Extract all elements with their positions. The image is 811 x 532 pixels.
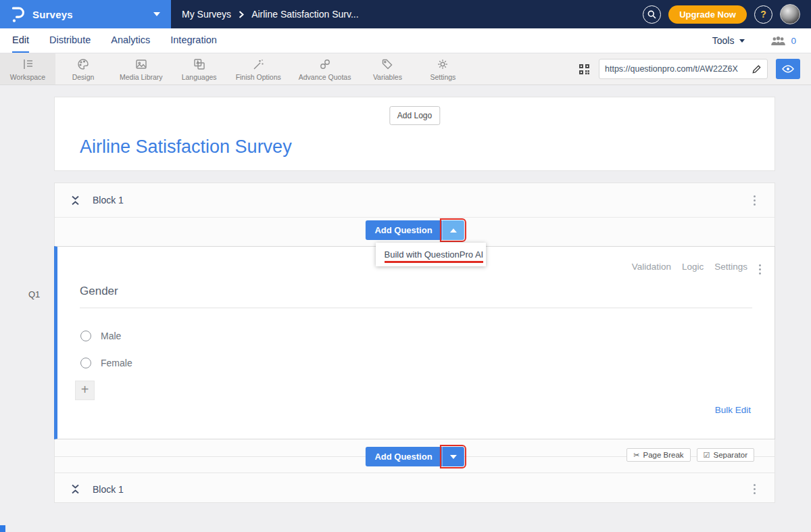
question-actions: Validation Logic Settings <box>632 262 747 272</box>
toolbar-item-design[interactable]: Design <box>55 53 111 84</box>
nav-right: Tools 0 <box>712 28 796 53</box>
breadcrumb-survey-name: Airline Satisfaction Surv... <box>251 9 358 20</box>
breadcrumb: My Surveys Airline Satisfaction Surv... <box>171 0 643 28</box>
tab-integration[interactable]: Integration <box>170 28 217 53</box>
add-question-zone-top: Add Question Build with QuestionPro AI <box>55 218 775 246</box>
tab-distribute[interactable]: Distribute <box>49 28 91 53</box>
breadcrumb-my-surveys[interactable]: My Surveys <box>182 9 231 20</box>
toolbar-item-workspace[interactable]: Workspace <box>0 53 55 84</box>
chevron-down-icon <box>153 12 160 16</box>
question-kebab-menu-icon[interactable] <box>756 262 764 277</box>
survey-url: https://questionpro.com/t/AW22Z6X <box>605 64 747 74</box>
add-question-dropdown-toggle[interactable] <box>442 447 464 466</box>
option-label[interactable]: Female <box>101 358 132 368</box>
search-icon[interactable] <box>643 5 661 24</box>
tools-label: Tools <box>712 35 735 46</box>
chevron-down-icon <box>739 39 745 43</box>
toolbar-item-finish-options[interactable]: Finish Options <box>227 53 290 84</box>
tab-edit[interactable]: Edit <box>12 28 29 53</box>
checkbox-icon: ☑ <box>704 452 710 459</box>
page-break-button[interactable]: ✂ Page Break <box>626 448 690 462</box>
block-card: Block 1 Add Question Build with Question… <box>54 183 775 503</box>
question-title[interactable]: Gender <box>80 285 118 298</box>
chevron-up-icon <box>450 228 457 233</box>
toolbar-item-settings[interactable]: Settings <box>415 53 470 84</box>
chain-links-icon <box>318 57 332 71</box>
bulk-edit-link[interactable]: Bulk Edit <box>715 405 751 415</box>
tab-analytics[interactable]: Analytics <box>111 28 150 53</box>
editor-toolbar: Workspace Design Media Library <box>0 53 811 85</box>
add-question-dropdown-menu: Build with QuestionPro AI <box>376 243 486 266</box>
collaborators-indicator[interactable]: 0 <box>770 36 796 46</box>
toolbar-item-advance-quotas[interactable]: Advance Quotas <box>290 53 360 84</box>
kebab-menu-icon[interactable] <box>751 193 758 208</box>
eye-icon <box>782 65 794 73</box>
tools-menu[interactable]: Tools <box>712 35 745 46</box>
kebab-menu-icon[interactable] <box>751 481 758 497</box>
translate-icon <box>193 57 206 71</box>
add-logo-button[interactable]: Add Logo <box>389 106 440 125</box>
add-option-button[interactable]: + <box>75 381 95 400</box>
collapse-icon[interactable] <box>71 483 80 495</box>
chevron-down-icon <box>450 455 457 459</box>
add-question-split-button: Add Question <box>365 447 464 466</box>
add-question-zone-bottom: Add Question ✂ Page Break ☑ Separator <box>55 439 775 473</box>
collapse-icon[interactable] <box>71 195 80 206</box>
toolbar-item-languages[interactable]: Languages <box>172 53 227 84</box>
logic-link[interactable]: Logic <box>682 262 704 272</box>
separator-button[interactable]: ☑ Separator <box>697 448 754 462</box>
palette-icon <box>76 57 90 71</box>
help-icon[interactable]: ? <box>754 5 772 24</box>
collaborators-count: 0 <box>791 36 796 46</box>
nav-tabs: Edit Distribute Analytics Integration <box>12 28 217 53</box>
answer-option-male: Male <box>80 331 121 341</box>
chat-widget-corner[interactable] <box>0 525 5 532</box>
add-question-button[interactable]: Add Question <box>365 447 441 466</box>
add-question-button[interactable]: Add Question <box>365 220 441 240</box>
product-name: Surveys <box>32 9 73 20</box>
questionpro-logo-icon <box>11 6 25 23</box>
survey-title[interactable]: Airline Satisfaction Survey <box>80 137 292 158</box>
toolbar-item-variables[interactable]: Variables <box>360 53 415 84</box>
section-nav: Edit Distribute Analytics Integration To… <box>0 28 811 53</box>
gear-icon <box>436 57 449 71</box>
question-title-underline <box>80 308 752 308</box>
pencil-icon[interactable] <box>752 64 762 74</box>
editor-canvas: Add Logo Airline Satisfaction Survey Q1 … <box>0 85 811 532</box>
question-card: Validation Logic Settings Gender Male Fe… <box>54 246 775 439</box>
survey-url-field[interactable]: https://questionpro.com/t/AW22Z6X <box>599 59 768 79</box>
menu-item-build-with-questionpro-ai[interactable]: Build with QuestionPro AI <box>376 243 486 266</box>
option-label[interactable]: Male <box>101 331 121 341</box>
magic-wand-icon <box>251 57 265 71</box>
user-avatar[interactable] <box>780 4 800 24</box>
tag-icon <box>380 57 394 71</box>
preview-button[interactable] <box>776 59 800 79</box>
scissors-icon: ✂ <box>633 452 639 459</box>
block2-header: Block 1 <box>55 473 775 505</box>
settings-link[interactable]: Settings <box>714 262 747 272</box>
toolbar-item-media-library[interactable]: Media Library <box>111 53 172 84</box>
top-actions: Upgrade Now ? <box>643 0 811 28</box>
validation-link[interactable]: Validation <box>632 262 671 272</box>
add-question-split-button: Add Question <box>365 220 464 240</box>
breadcrumb-chevron-icon <box>239 11 244 18</box>
survey-editor-app: Surveys My Surveys Airline Satisfaction … <box>0 0 811 532</box>
add-question-dropdown-toggle[interactable] <box>442 220 464 240</box>
upgrade-now-button[interactable]: Upgrade Now <box>668 5 747 24</box>
workspace-list-icon <box>21 57 34 71</box>
radio-button[interactable] <box>80 358 91 368</box>
toolbar-right: https://questionpro.com/t/AW22Z6X <box>578 53 811 84</box>
people-icon <box>770 36 786 46</box>
block-title[interactable]: Block 1 <box>93 484 124 495</box>
image-icon <box>134 57 148 71</box>
answer-option-female: Female <box>80 358 132 368</box>
product-switcher[interactable]: Surveys <box>0 0 171 28</box>
insert-controls: ✂ Page Break ☑ Separator <box>626 448 754 462</box>
block-header: Block 1 <box>55 183 775 218</box>
survey-header-card: Add Logo Airline Satisfaction Survey <box>54 97 775 171</box>
qr-code-icon[interactable] <box>578 63 591 76</box>
question-number: Q1 <box>28 289 40 299</box>
radio-button[interactable] <box>80 331 91 341</box>
block-title[interactable]: Block 1 <box>93 195 124 205</box>
top-bar: Surveys My Surveys Airline Satisfaction … <box>0 0 811 28</box>
